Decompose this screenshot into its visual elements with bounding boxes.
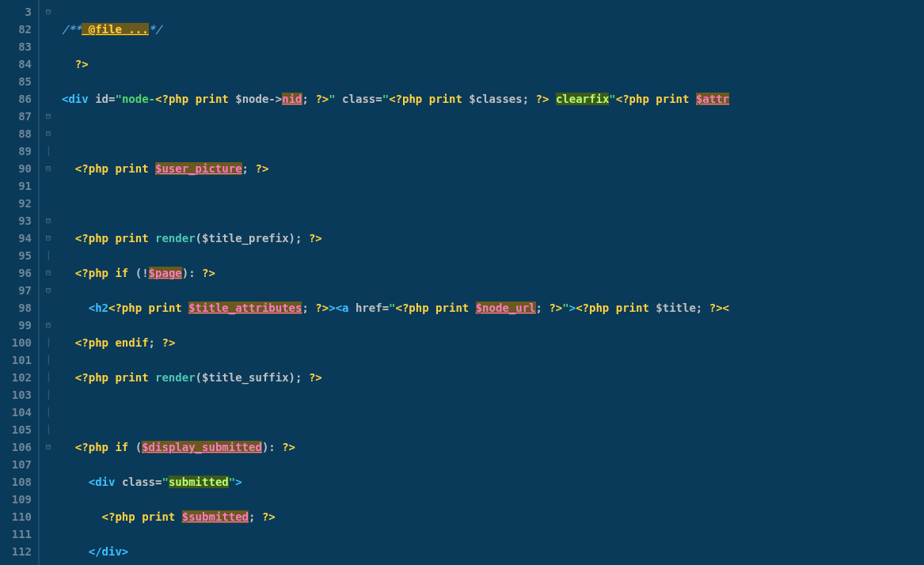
line-number[interactable]: 98	[0, 299, 32, 317]
php-open: <?php	[75, 371, 116, 384]
line-number[interactable]: 107	[0, 456, 32, 473]
fold-toggle-icon[interactable]: │	[41, 247, 55, 264]
code-line[interactable]: <?php print render($title_suffix); ?>	[62, 369, 729, 386]
sc: ;	[696, 301, 709, 314]
line-number[interactable]: 86	[0, 90, 32, 108]
php-open: <?php	[576, 301, 616, 314]
code-line[interactable]	[62, 404, 729, 421]
fold-spacer	[41, 38, 55, 55]
code-line[interactable]: <?php if ($display_submitted): ?>	[62, 438, 729, 456]
code-line[interactable]	[62, 195, 729, 212]
quote: "	[382, 93, 389, 105]
code-line[interactable]: <?php endif; ?>	[62, 334, 729, 351]
code-line[interactable]: <div class="submitted">	[62, 473, 729, 491]
fold-toggle-icon[interactable]: ⊟	[41, 108, 55, 125]
line-number[interactable]: 88	[0, 125, 32, 142]
line-number[interactable]: 111	[0, 525, 32, 543]
code-area[interactable]: /** @file ...*/ ?> <div id="node-<?php p…	[57, 0, 729, 565]
code-line[interactable]: /** @file ...*/	[62, 21, 729, 38]
line-number[interactable]: 105	[0, 421, 32, 438]
code-editor[interactable]: 3828384858687888990919293949596979899100…	[0, 0, 924, 565]
fold-toggle-icon[interactable]: ⊟	[41, 438, 55, 456]
line-number[interactable]: 96	[0, 264, 32, 282]
sc: ;	[295, 232, 309, 245]
line-number[interactable]: 99	[0, 317, 32, 334]
line-number[interactable]: 112	[0, 543, 32, 560]
colon: :	[188, 267, 202, 279]
fold-toggle-icon[interactable]: │	[41, 404, 55, 421]
line-number[interactable]: 94	[0, 229, 32, 247]
fold-gutter[interactable]: ⊟⊟⊟│⊟⊟⊟│⊟⊟⊟││││││⊟	[40, 0, 57, 565]
fold-toggle-icon[interactable]: │	[41, 369, 55, 386]
line-number[interactable]: 83	[0, 38, 32, 55]
line-number[interactable]: 91	[0, 177, 32, 195]
code-line[interactable]	[62, 125, 729, 142]
line-number[interactable]: 85	[0, 73, 32, 90]
tag: <div	[89, 476, 122, 488]
paren: )	[289, 232, 295, 245]
line-number[interactable]: 100	[0, 334, 32, 351]
code-line[interactable]: </div>	[62, 543, 729, 560]
fold-toggle-icon[interactable]: │	[41, 334, 55, 351]
code-line[interactable]: <div id="node-<?php print $node->nid; ?>…	[62, 90, 729, 108]
line-number[interactable]: 93	[0, 212, 32, 229]
line-number[interactable]: 87	[0, 108, 32, 125]
code-line[interactable]: <?php if (!$page): ?>	[62, 264, 729, 282]
folded-region[interactable]: @file ...	[82, 23, 148, 36]
fold-toggle-icon[interactable]: │	[41, 386, 55, 404]
code-line[interactable]: <?php print render($title_prefix); ?>	[62, 229, 729, 247]
line-number[interactable]: 89	[0, 142, 32, 160]
line-number[interactable]: 106	[0, 438, 32, 456]
fold-toggle-icon[interactable]: ⊟	[41, 264, 55, 282]
fold-spacer	[41, 525, 55, 543]
fold-spacer	[41, 90, 55, 108]
line-number-gutter[interactable]: 3828384858687888990919293949596979899100…	[0, 0, 40, 565]
paren: (	[135, 267, 142, 279]
line-number[interactable]: 101	[0, 351, 32, 369]
line-number[interactable]: 95	[0, 247, 32, 264]
line-number[interactable]: 82	[0, 21, 32, 38]
line-number[interactable]: 97	[0, 282, 32, 299]
line-number[interactable]: 103	[0, 386, 32, 404]
fold-toggle-icon[interactable]: │	[41, 142, 55, 160]
code-line[interactable]: <h2<?php print $title_attributes; ?>><a …	[62, 299, 729, 317]
fold-toggle-icon[interactable]: ⊟	[41, 160, 55, 177]
highlighted-prop: nid	[282, 93, 302, 105]
line-number[interactable]: 3	[0, 3, 32, 21]
fold-spacer	[41, 508, 55, 525]
line-number[interactable]: 109	[0, 491, 32, 508]
fold-toggle-icon[interactable]: ⊟	[41, 282, 55, 299]
sc: ;	[302, 93, 316, 105]
highlighted-str: clearfix	[556, 93, 609, 105]
highlighted-var: $user_picture	[155, 162, 242, 175]
fold-toggle-icon[interactable]: │	[41, 421, 55, 438]
php-open: <?php	[75, 162, 116, 175]
line-number[interactable]: 84	[0, 55, 32, 73]
php-open: <?php	[75, 336, 116, 349]
line-number[interactable]: 108	[0, 473, 32, 491]
fold-toggle-icon[interactable]: ⊟	[41, 212, 55, 229]
fold-toggle-icon[interactable]: ⊟	[41, 229, 55, 247]
fold-toggle-icon[interactable]: ⊟	[41, 317, 55, 334]
sc: ;	[295, 371, 309, 384]
code-line[interactable]: <?php print $submitted; ?>	[62, 508, 729, 525]
line-number[interactable]: 90	[0, 160, 32, 177]
fold-toggle-icon[interactable]: │	[41, 351, 55, 369]
code-line[interactable]: <?php print $user_picture; ?>	[62, 160, 729, 177]
fold-spacer	[41, 543, 55, 560]
fold-toggle-icon[interactable]: ⊟	[41, 125, 55, 142]
fold-toggle-icon[interactable]: ⊟	[41, 3, 55, 21]
line-number[interactable]: 92	[0, 195, 32, 212]
line-number[interactable]: 104	[0, 404, 32, 421]
attr: href	[356, 301, 382, 314]
php-open: <?php	[155, 93, 196, 105]
php-close: ?>	[315, 301, 329, 314]
line-number[interactable]: 110	[0, 508, 32, 525]
colon: :	[268, 441, 282, 453]
line-number[interactable]: 102	[0, 369, 32, 386]
paren: (	[196, 232, 202, 245]
quote: "	[229, 476, 235, 488]
op: ->	[268, 93, 282, 105]
highlighted-var: $title_attributes	[188, 301, 302, 314]
code-line[interactable]: ?>	[62, 55, 729, 73]
